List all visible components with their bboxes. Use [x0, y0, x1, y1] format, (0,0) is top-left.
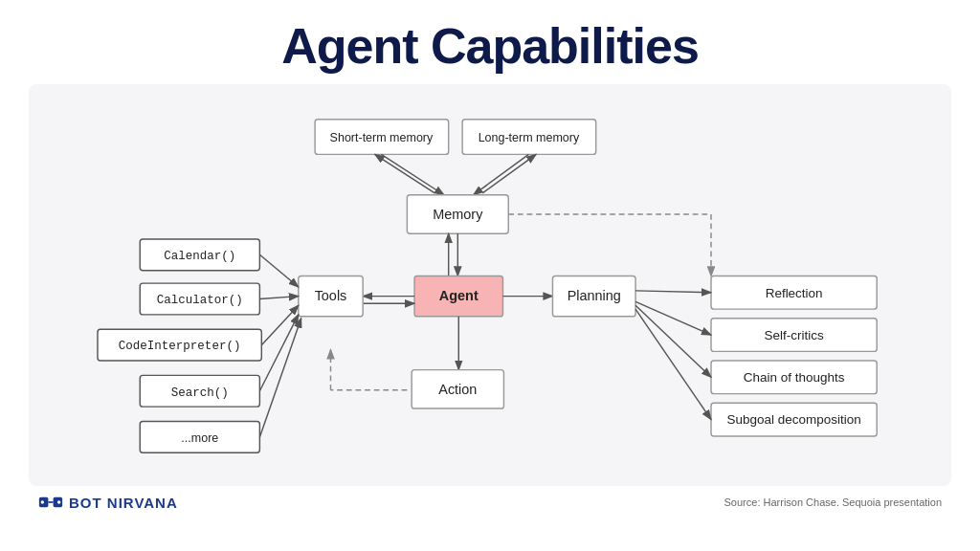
logo-text: BOT NIRVANA [69, 495, 178, 511]
self-critics-label: Self-critics [765, 328, 824, 342]
svg-line-27 [259, 297, 298, 299]
planning-label: Planning [568, 288, 621, 303]
calculator-label: Calculator() [157, 294, 243, 307]
source-text: Source: Harrison Chase. Sequoia presenta… [724, 496, 942, 508]
svg-line-5 [381, 154, 443, 194]
svg-point-44 [41, 500, 44, 503]
memory-label: Memory [433, 207, 483, 222]
svg-line-25 [259, 254, 298, 287]
svg-point-45 [57, 500, 60, 503]
logo-icon [38, 494, 63, 511]
code-interpreter-label: CodeInterpreter() [119, 340, 241, 353]
diagram-svg: Short-term memory Long-term memory Memor… [48, 101, 932, 473]
chain-of-thoughts-label: Chain of thoughts [744, 370, 845, 385]
action-label: Action [438, 382, 477, 397]
footer: BOT NIRVANA Source: Harrison Chase. Sequ… [0, 486, 980, 515]
svg-line-39 [635, 305, 711, 377]
long-term-memory-label: Long-term memory [479, 131, 580, 144]
agent-label: Agent [439, 288, 479, 303]
more-label: ...more [181, 431, 218, 445]
search-label: Search() [171, 386, 229, 400]
diagram-container: Short-term memory Long-term memory Memor… [29, 84, 951, 486]
short-term-memory-label: Short-term memory [330, 131, 434, 144]
page-title: Agent Capabilities [0, 0, 980, 84]
calendar-label: Calendar() [164, 250, 235, 263]
svg-line-7 [375, 154, 435, 192]
svg-line-6 [474, 154, 529, 194]
svg-line-35 [635, 291, 711, 293]
logo: BOT NIRVANA [38, 494, 178, 511]
tools-label: Tools [315, 288, 347, 303]
svg-line-37 [635, 301, 711, 335]
svg-line-8 [482, 154, 536, 192]
svg-line-41 [635, 309, 711, 420]
reflection-label: Reflection [766, 286, 823, 300]
subgoal-label: Subgoal decomposition [727, 412, 861, 427]
